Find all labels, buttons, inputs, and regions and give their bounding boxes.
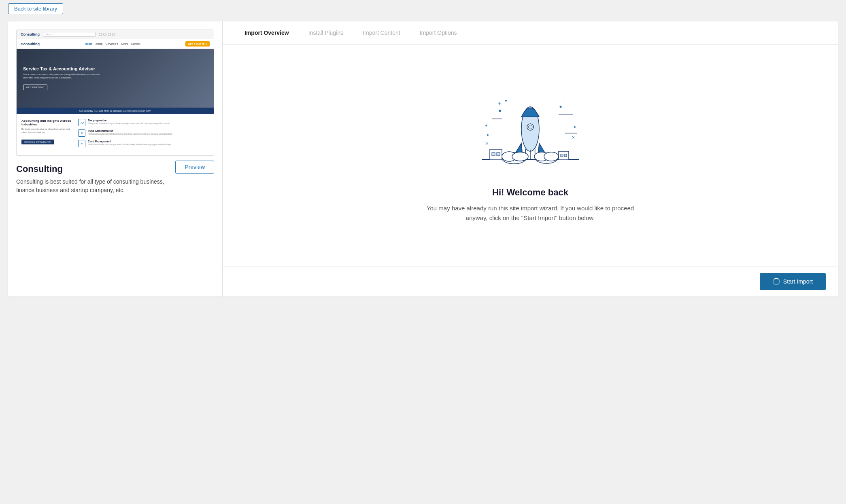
svg-point-20 (505, 100, 507, 102)
svg-point-18 (574, 126, 576, 128)
browser-icon-2 (103, 33, 106, 36)
features-right: TAX Tax preparation Biltong spare ribs b… (78, 119, 209, 150)
right-panel: Import Overview Install Plugins Import C… (223, 21, 838, 296)
svg-rect-11 (492, 152, 495, 156)
svg-rect-15 (564, 154, 567, 157)
tab-import-content[interactable]: Import Content (353, 21, 410, 45)
nav-cta-button: GET A QUOTE ☆ (185, 41, 210, 47)
start-import-button[interactable]: Start Import (760, 273, 826, 290)
nav-link-news: News (121, 42, 128, 46)
svg-point-3 (528, 125, 532, 129)
svg-text:×: × (572, 135, 575, 140)
features-cta-button: SCHEDULE CONSULTATION (21, 140, 54, 144)
hero-subtitle: The Accountant is a team of experienced … (23, 73, 100, 79)
svg-rect-13 (559, 151, 569, 160)
tab-import-overview[interactable]: Import Overview (235, 21, 299, 45)
feature-desc-cash: Frankfurter shoulder turducken porchetta… (88, 144, 172, 146)
svg-text:+: + (498, 100, 501, 107)
site-info: Preview Consulting Consulting is best su… (16, 164, 214, 195)
feature-desc-tax: Biltong spare ribs buffalo tongue. Shank… (88, 123, 170, 125)
svg-point-16 (499, 110, 501, 112)
feature-item-cash: ≋ Cash Management Frankfurter shoulder t… (78, 140, 209, 147)
svg-point-17 (560, 106, 562, 108)
preview-site-logo: Consulting (21, 32, 40, 36)
browser-icon-1 (99, 33, 102, 36)
svg-point-19 (487, 134, 489, 136)
site-preview-frame: Consulting Search... Consulting Home Abo… (16, 30, 214, 156)
browser-icon-4 (112, 33, 115, 36)
nav-link-about: About (96, 42, 102, 46)
site-nav-links: Home About Services ▾ News Contact (85, 42, 140, 46)
import-content-area: + + + × × Hi! Welcome back You may have … (223, 45, 838, 266)
tabs-bar: Import Overview Install Plugins Import C… (223, 21, 838, 45)
hero-callout: Call us today (+1) 123-4567 or schedule … (17, 108, 214, 114)
hero-content: Service Tax & Accounting Advisor The Acc… (23, 66, 207, 90)
hero-title: Service Tax & Accounting Advisor (23, 66, 104, 71)
svg-rect-14 (561, 154, 563, 157)
svg-point-6 (512, 152, 528, 161)
site-description: Consulting is best suited for all type o… (16, 178, 170, 195)
site-features: Accounting and Insights Across Industrie… (17, 114, 214, 155)
browser-search: Search... (43, 32, 96, 37)
welcome-description: You may have already run this site impor… (425, 203, 636, 223)
feature-item-fund: $ Fund Administration Porchetta prosciut… (78, 129, 209, 137)
feature-text-cash: Cash Management Frankfurter shoulder tur… (88, 140, 172, 146)
feature-text-tax: Tax preparation Biltong spare ribs buffa… (88, 119, 170, 125)
feature-icon-tax: TAX (78, 119, 85, 126)
nav-link-contact: Contact (131, 42, 140, 46)
site-nav-logo: Consulting (21, 42, 40, 46)
features-left: Accounting and Insights Across Industrie… (21, 119, 74, 144)
back-to-library-link[interactable]: Back to site library (8, 3, 63, 14)
main-container: Consulting Search... Consulting Home Abo… (8, 21, 838, 296)
feature-title-fund: Fund Administration (88, 129, 172, 132)
svg-rect-12 (497, 152, 500, 156)
loading-spinner (773, 278, 780, 285)
svg-text:+: + (485, 123, 487, 128)
site-nav: Consulting Home About Services ▾ News Co… (17, 39, 214, 49)
svg-point-9 (544, 152, 559, 161)
welcome-title: Hi! Welcome back (492, 187, 568, 198)
tab-install-plugins[interactable]: Install Plugins (299, 21, 353, 45)
feature-title-tax: Tax preparation (88, 119, 170, 122)
hero-cta-button: GET STARTED ⊙ (23, 85, 47, 90)
browser-icons (99, 33, 115, 36)
svg-text:+: + (563, 98, 566, 104)
browser-icon-3 (108, 33, 111, 36)
tab-import-options[interactable]: Import Options (410, 21, 467, 45)
nav-link-services: Services ▾ (106, 42, 118, 46)
nav-link-home: Home (85, 42, 92, 46)
feature-icon-fund: $ (78, 129, 85, 137)
top-bar: Back to site library (0, 0, 846, 17)
features-desc: Borchetta prosciutto picanha biltong leb… (21, 128, 74, 134)
feature-desc-fund: Porchetta prosciutto picanha biltong leb… (88, 133, 172, 136)
feature-item-tax: TAX Tax preparation Biltong spare ribs b… (78, 119, 209, 126)
rocket-illustration: + + + × × (466, 80, 595, 178)
browser-bar: Consulting Search... (17, 30, 214, 39)
bottom-bar: Start Import (223, 266, 838, 296)
feature-text-fund: Fund Administration Porchetta prosciutto… (88, 129, 172, 136)
feature-title-cash: Cash Management (88, 140, 172, 143)
features-title: Accounting and Insights Across Industrie… (21, 119, 74, 126)
start-import-label: Start Import (783, 278, 813, 285)
feature-icon-cash: ≋ (78, 140, 85, 147)
left-panel: Consulting Search... Consulting Home Abo… (8, 21, 223, 296)
preview-button[interactable]: Preview (175, 161, 214, 174)
site-hero: Service Tax & Accounting Advisor The Acc… (17, 49, 214, 108)
svg-text:×: × (486, 141, 489, 146)
